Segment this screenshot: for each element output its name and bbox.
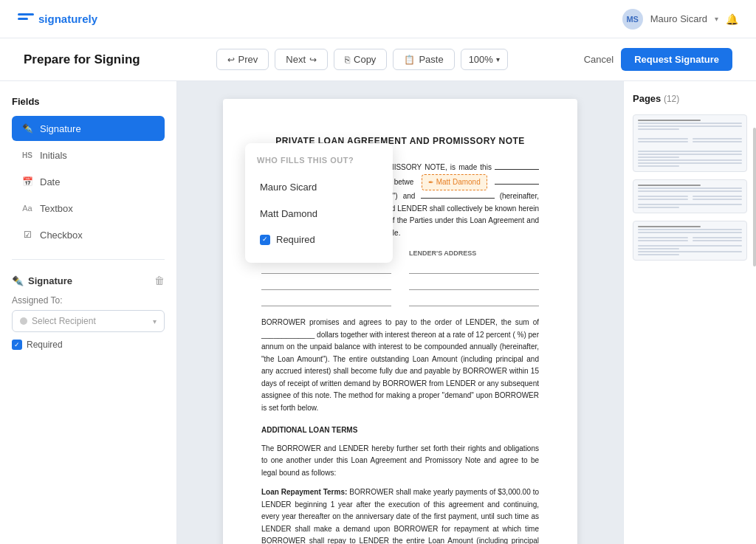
date-label: Date [40,176,60,187]
lender-addr-line-3 [409,295,539,306]
pages-panel: Pages (12) [623,81,756,544]
toolbar-center: ↩ Prev Next ↪ ⎘ Copy 📋 Paste 100% ▾ [216,49,508,70]
paste-button[interactable]: 📋 Paste [393,49,454,70]
sidebar-divider [12,259,165,260]
blank-1 [495,184,539,185]
calendar-icon: 📅 [21,175,34,188]
blank-2 [421,198,495,199]
signature-label: Signature [40,123,81,134]
request-signature-button[interactable]: Request Signature [621,48,732,71]
popup-option-required-label: Required [276,232,315,247]
cancel-button[interactable]: Cancel [584,54,614,65]
assigned-to-label: Assigned To: [12,295,165,306]
lender-addr-line-1 [409,262,539,274]
next-label: Next [286,54,306,65]
logo-icon [18,13,34,25]
signature-icon: ✒️ [21,122,34,135]
prev-label: Prev [238,54,258,65]
additional-terms-body: The BORROWER and LENDER hereby further s… [261,443,539,480]
toolbar-right: Cancel Request Signature [584,48,732,71]
page-title: Prepare for Signing [24,52,140,67]
fields-title: Fields [12,96,165,107]
name-field-damond[interactable]: ✒ Matt Damond [422,174,487,191]
option-check-icon [260,235,270,245]
textbox-label: Textbox [40,203,73,214]
popup-option-matt[interactable]: Matt Damond [257,201,381,227]
popup-title: WHO FILLS THIS OUT? [257,154,381,167]
checkbox-icon: ☑ [21,228,34,241]
pages-title-text: Pages [633,93,661,104]
paste-icon: 📋 [404,55,415,65]
document-body: THIS LOAN AGREEMENT AND PROMISSORY NOTE,… [261,162,539,544]
popup-option-matt-label: Matt Damond [260,206,317,221]
bell-icon[interactable]: 🔔 [726,13,738,25]
initials-label: Initials [40,150,67,161]
chevron-down-icon: ▾ [153,317,157,326]
app-logo: signaturely [18,13,97,25]
copy-label: Copy [354,54,376,65]
addr-line-1 [261,262,391,274]
toolbar: Prepare for Signing ↩ Prev Next ↪ ⎘ Copy… [0,38,756,81]
pages-title: Pages (12) [633,93,747,104]
paste-label: Paste [419,54,443,65]
select-recipient-placeholder: Select Recipient [32,316,96,326]
sig-panel-title-text: Signature [28,275,72,286]
next-button[interactable]: Next ↪ [275,49,328,70]
prev-icon: ↩ [227,55,235,65]
addr-line-3 [261,295,391,306]
name-icon-small: ✒ [428,177,434,188]
pages-count: (12) [664,94,679,104]
user-name: Mauro Sicard [650,13,707,24]
chevron-down-icon: ▾ [496,55,500,63]
date-blank [495,169,539,170]
popup-option-required[interactable]: Required [257,227,381,252]
sidebar: Fields ✒️ Signature HS Initials 📅 Date A… [0,81,177,544]
initials-icon: HS [21,148,34,162]
sig-panel-title: ✒️ Signature [12,275,72,286]
additional-terms-title: ADDITIONAL LOAN TERMS [261,424,539,437]
page-thumb-2[interactable] [633,179,747,213]
main-layout: Fields ✒️ Signature HS Initials 📅 Date A… [0,81,756,544]
next-icon: ↪ [309,55,317,65]
page-thumb-1[interactable] [633,114,747,172]
loan-repayment-paragraph: Loan Repayment Terms: BORROWER shall mak… [261,486,539,544]
pages-scrollbar[interactable] [753,128,756,266]
addr-line-2 [261,278,391,290]
who-fills-popup: WHO FILLS THIS OUT? Mauro Sicard Matt Da… [245,143,393,263]
chevron-down-icon: ▾ [715,15,718,23]
page-thumb-3[interactable] [633,221,747,261]
lender-addr-line-2 [409,278,539,290]
textbox-icon: Aa [21,202,34,215]
zoom-dropdown[interactable]: 100% ▾ [461,49,508,70]
header-right: MS Mauro Sicard ▾ 🔔 [622,9,738,30]
delete-icon[interactable]: 🗑 [154,275,165,286]
document-paper: PRIVATE LOAN AGREEMENT AND PROMISSORY NO… [223,99,577,544]
loan-repayment-body: BORROWER shall make yearly payments of $… [261,488,539,544]
popup-option-mauro[interactable]: Mauro Sicard [257,174,381,200]
recipient-dot [20,317,27,325]
signature-panel: ✒️ Signature 🗑 Assigned To: Select Recip… [12,272,165,353]
promissory-paragraph: BORROWER promises and agrees to pay to t… [261,317,539,414]
sidebar-item-textbox[interactable]: Aa Textbox [12,196,165,221]
required-label: Required [27,340,63,350]
prev-button[interactable]: ↩ Prev [216,49,269,70]
sig-panel-header: ✒️ Signature 🗑 [12,275,165,286]
lender-address: LENDER'S ADDRESS [409,248,539,306]
logo-text: signaturely [38,13,97,25]
document-area: PRIVATE LOAN AGREEMENT AND PROMISSORY NO… [177,81,623,544]
required-checkbox[interactable] [12,340,22,350]
loan-repayment-label: Loan Repayment Terms: [261,488,347,496]
sidebar-item-initials[interactable]: HS Initials [12,142,165,168]
checkbox-label: Checkbox [40,230,83,241]
required-check[interactable]: Required [12,340,165,350]
sidebar-item-signature[interactable]: ✒️ Signature [12,116,165,141]
sidebar-item-checkbox[interactable]: ☑ Checkbox [12,222,165,247]
sidebar-item-date[interactable]: 📅 Date [12,169,165,194]
select-recipient-dropdown[interactable]: Select Recipient ▾ [12,310,165,332]
app-header: signaturely MS Mauro Sicard ▾ 🔔 [0,0,756,38]
lender-address-label: LENDER'S ADDRESS [409,248,539,259]
copy-button[interactable]: ⎘ Copy [334,49,387,70]
zoom-value: 100% [469,54,493,65]
avatar: MS [622,9,643,30]
copy-icon: ⎘ [345,55,350,65]
